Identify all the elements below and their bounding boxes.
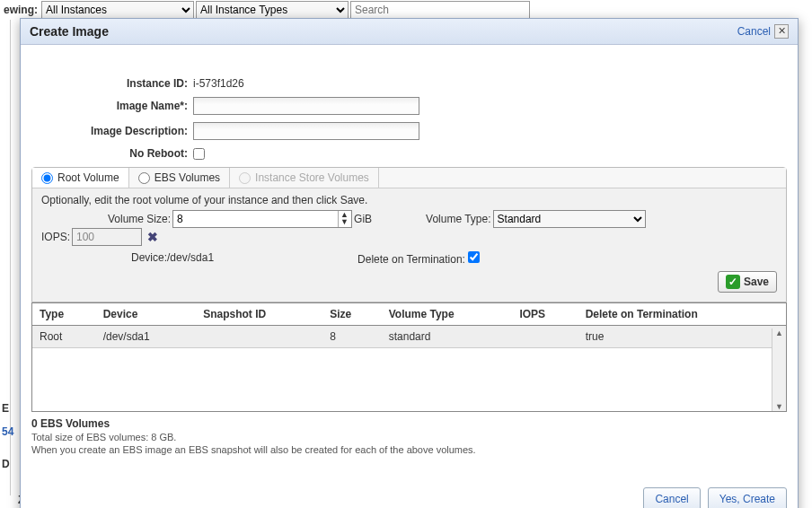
instance-id-value: i-573f1d26 xyxy=(193,77,244,90)
no-reboot-checkbox[interactable] xyxy=(193,148,205,160)
tab-ebs-radio[interactable] xyxy=(138,172,150,184)
ebs-total-size: Total size of EBS volumes: 8 GB. xyxy=(31,432,787,442)
table-scrollbar[interactable]: ▲ ▼ xyxy=(772,328,786,411)
save-button-label: Save xyxy=(744,276,769,288)
col-snapshot: Snapshot ID xyxy=(196,303,322,326)
viewing-label: ewing: xyxy=(4,4,38,16)
col-dot: Delete on Termination xyxy=(578,303,786,326)
bg-d: D xyxy=(2,458,10,470)
search-input[interactable] xyxy=(350,1,530,19)
iops-clear-icon[interactable]: ✖ xyxy=(147,230,158,244)
image-name-input[interactable] xyxy=(193,97,419,115)
cancel-button[interactable]: Cancel xyxy=(643,487,700,508)
instance-id-label: Instance ID: xyxy=(31,77,193,90)
cell-voltype: standard xyxy=(382,326,513,348)
image-name-label: Image Name*: xyxy=(31,100,193,112)
image-description-input[interactable] xyxy=(193,122,419,140)
image-description-label: Image Description: xyxy=(31,125,193,137)
bg-num: 54 xyxy=(2,425,13,438)
cell-dot: true xyxy=(578,326,786,348)
table-row[interactable]: Root /dev/sda1 8 standard true xyxy=(32,326,786,348)
delete-on-termination-label: Delete on Termination: xyxy=(357,253,465,266)
col-size: Size xyxy=(322,303,382,326)
col-device: Device xyxy=(96,303,197,326)
save-button[interactable]: ✓ Save xyxy=(718,271,777,293)
tab-instance-store-label: Instance Store Volumes xyxy=(255,171,369,184)
volumes-table: Type Device Snapshot ID Size Volume Type… xyxy=(31,302,787,412)
no-reboot-label: No Reboot: xyxy=(31,147,193,160)
volume-type-label: Volume Type: xyxy=(426,213,491,225)
table-header-row: Type Device Snapshot ID Size Volume Type… xyxy=(32,303,786,326)
device-label: Device: xyxy=(131,251,167,264)
filter-instances-select[interactable]: All Instances xyxy=(41,1,194,19)
cell-device: /dev/sda1 xyxy=(96,326,197,348)
cell-iops xyxy=(512,326,578,348)
cell-size: 8 xyxy=(322,326,382,348)
filter-instance-types-select[interactable]: All Instance Types xyxy=(196,1,349,19)
tab-root-volume[interactable]: Root Volume xyxy=(32,168,129,188)
tab-ebs-volumes[interactable]: EBS Volumes xyxy=(129,168,230,188)
cell-snapshot xyxy=(196,326,322,348)
tab-root-label: Root Volume xyxy=(57,171,119,184)
volume-size-label: Volume Size: xyxy=(108,213,171,225)
tab-ebs-label: EBS Volumes xyxy=(154,171,220,184)
dialog-header: Create Image Cancel ✕ xyxy=(21,19,798,45)
device-value: /dev/sda1 xyxy=(167,251,214,264)
volume-tabs: Root Volume EBS Volumes Instance Store V… xyxy=(32,168,786,188)
scroll-up-icon[interactable]: ▲ xyxy=(775,328,783,337)
check-icon: ✓ xyxy=(726,275,740,289)
iops-input[interactable] xyxy=(72,228,142,246)
left-edge xyxy=(0,20,11,495)
delete-on-termination-checkbox[interactable] xyxy=(468,251,480,263)
iops-label: IOPS: xyxy=(41,231,70,243)
col-voltype: Volume Type xyxy=(382,303,513,326)
close-icon[interactable]: ✕ xyxy=(774,24,789,39)
volume-size-unit: GiB xyxy=(354,213,372,225)
tab-instance-store-radio xyxy=(239,172,251,184)
dialog-title: Create Image xyxy=(30,24,109,39)
volume-type-select[interactable]: Standard xyxy=(493,210,646,228)
ebs-volumes-summary-title: 0 EBS Volumes xyxy=(31,417,787,430)
scroll-down-icon[interactable]: ▼ xyxy=(775,402,783,411)
col-type: Type xyxy=(32,303,96,326)
cell-type: Root xyxy=(32,326,96,348)
volume-size-input[interactable] xyxy=(172,210,352,228)
bg-ec: E xyxy=(2,402,9,415)
col-iops: IOPS xyxy=(512,303,578,326)
ebs-note: When you create an EBS image an EBS snap… xyxy=(31,444,787,455)
tab-root-radio[interactable] xyxy=(41,172,53,184)
yes-create-button[interactable]: Yes, Create xyxy=(708,487,787,508)
tab-instance-store: Instance Store Volumes xyxy=(230,168,379,188)
create-image-dialog: Create Image Cancel ✕ Instance ID: i-573… xyxy=(20,18,799,508)
header-cancel-link[interactable]: Cancel xyxy=(737,25,771,38)
volume-hint: Optionally, edit the root volume of your… xyxy=(41,194,777,206)
